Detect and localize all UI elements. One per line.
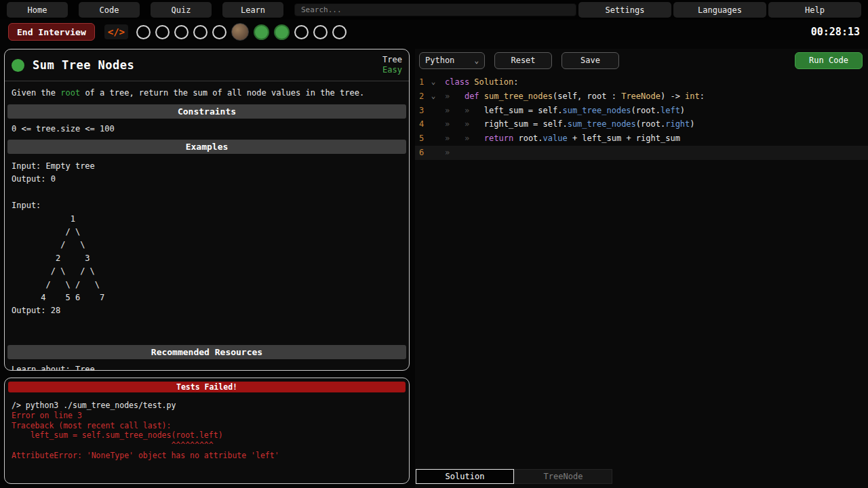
problem-meta: Tree Easy bbox=[382, 55, 402, 75]
examples-header: Examples bbox=[7, 140, 406, 154]
progress-circle-empty[interactable] bbox=[193, 25, 208, 39]
code-lines[interactable]: 1⌄class Solution:2⌄» def sum_tree_nodes(… bbox=[415, 75, 868, 160]
line-number: 6 bbox=[415, 146, 427, 160]
code-line[interactable]: 6» bbox=[415, 146, 868, 160]
chevron-down-icon: ⌄ bbox=[474, 56, 479, 65]
examples-block: Input: Empty tree Output: 0 Input: 1 / \… bbox=[5, 160, 409, 318]
language-select[interactable]: Python ⌄ bbox=[419, 52, 485, 69]
fold-spacer bbox=[427, 117, 439, 131]
tab-treenode[interactable]: TreeNode bbox=[514, 469, 612, 484]
nav-tab-languages[interactable]: Languages bbox=[673, 2, 766, 18]
problem-header: Sum Tree Nodes Tree Easy bbox=[5, 49, 409, 81]
fold-chevron-icon[interactable]: ⌄ bbox=[427, 75, 439, 89]
problem-description: Given the root of a tree, return the sum… bbox=[5, 81, 409, 98]
code-line[interactable]: 1⌄class Solution: bbox=[415, 75, 868, 89]
code-text: » def sum_tree_nodes(self, root : TreeNo… bbox=[439, 89, 868, 104]
language-select-value: Python bbox=[425, 56, 454, 65]
problem-panel: Sum Tree Nodes Tree Easy Given the root … bbox=[4, 49, 410, 371]
editor-toolbar: Python ⌄ Reset Save Run Code bbox=[419, 52, 863, 69]
line-number: 5 bbox=[415, 131, 427, 146]
fold-spacer bbox=[427, 146, 439, 160]
progress-circle-empty[interactable] bbox=[155, 25, 170, 39]
tests-failed-banner: Tests Failed! bbox=[8, 382, 406, 392]
code-text: » » left_sum = self.sum_tree_nodes(root.… bbox=[439, 104, 868, 118]
console-line: ^^^^^^^^^ bbox=[12, 441, 402, 451]
code-line[interactable]: 4» » right_sum = self.sum_tree_nodes(roo… bbox=[415, 117, 868, 131]
line-number: 1 bbox=[415, 75, 427, 89]
resource-link[interactable]: Learn about: Tree bbox=[5, 359, 102, 371]
avatar[interactable] bbox=[231, 23, 249, 41]
resources-header: Recommended Resources bbox=[7, 345, 406, 359]
code-text: » » return root.value + left_sum + right… bbox=[439, 131, 868, 146]
description-segment: root bbox=[60, 88, 80, 98]
fold-spacer bbox=[427, 104, 439, 118]
end-interview-button[interactable]: End Interview bbox=[8, 23, 95, 41]
progress-circle-empty[interactable] bbox=[136, 25, 151, 39]
line-number: 3 bbox=[415, 104, 427, 118]
progress-circle-empty[interactable] bbox=[174, 25, 189, 39]
code-text: » bbox=[439, 146, 868, 160]
console-line: Traceback (most recent call last): bbox=[12, 421, 402, 431]
nav-tab-code[interactable]: Code bbox=[79, 2, 140, 18]
code-text: » » right_sum = self.sum_tree_nodes(root… bbox=[439, 117, 868, 131]
code-text: class Solution: bbox=[439, 75, 868, 89]
fold-chevron-icon[interactable]: ⌄ bbox=[427, 89, 439, 104]
code-line[interactable]: 2⌄» def sum_tree_nodes(self, root : Tree… bbox=[415, 89, 868, 104]
nav-tab-help[interactable]: Help bbox=[768, 2, 861, 18]
console-line: /> python3 ./sum_tree_nodes/test.py bbox=[12, 401, 402, 411]
reset-button[interactable]: Reset bbox=[494, 52, 552, 69]
code-brackets-icon: </> bbox=[104, 24, 128, 39]
code-line[interactable]: 5» » return root.value + left_sum + righ… bbox=[415, 131, 868, 146]
editor-tabs: Solution TreeNode bbox=[416, 469, 612, 484]
top-navbar: Home Code Quiz Learn Settings Languages … bbox=[0, 0, 868, 20]
line-number: 2 bbox=[415, 89, 427, 104]
constraint-text: 0 <= tree.size <= 100 bbox=[5, 119, 409, 134]
progress-circle-empty[interactable] bbox=[212, 25, 226, 39]
interview-timer: 00:28:13 bbox=[811, 26, 860, 38]
nav-tab-learn[interactable]: Learn bbox=[222, 2, 283, 18]
interview-toolbar: End Interview </> 00:28:13 bbox=[0, 20, 868, 44]
nav-tab-settings[interactable]: Settings bbox=[578, 2, 671, 18]
nav-tab-home[interactable]: Home bbox=[7, 2, 68, 18]
description-segment: of a tree, return the sum of all node va… bbox=[80, 88, 364, 98]
tab-solution[interactable]: Solution bbox=[416, 469, 514, 484]
progress-circle-done[interactable] bbox=[274, 24, 290, 40]
progress-circle-done[interactable] bbox=[254, 24, 269, 40]
problem-category: Tree bbox=[382, 55, 402, 65]
console-line: Error on line 3 bbox=[12, 411, 402, 421]
console-output: /> python3 ./sum_tree_nodes/test.pyError… bbox=[5, 396, 409, 466]
console-line: left_sum = self.sum_tree_nodes(root.left… bbox=[12, 430, 402, 441]
code-line[interactable]: 3» » left_sum = self.sum_tree_nodes(root… bbox=[415, 104, 868, 118]
problem-difficulty: Easy bbox=[382, 65, 402, 75]
line-number: 4 bbox=[415, 117, 427, 131]
problem-title: Sum Tree Nodes bbox=[33, 58, 134, 72]
fold-spacer bbox=[427, 131, 439, 146]
run-code-button[interactable]: Run Code bbox=[795, 52, 863, 69]
progress-circle-empty[interactable] bbox=[332, 25, 347, 39]
constraints-header: Constraints bbox=[7, 104, 406, 119]
search-input[interactable] bbox=[294, 3, 576, 16]
tests-panel: Tests Failed! /> python3 ./sum_tree_node… bbox=[4, 378, 410, 484]
progress-circle-empty[interactable] bbox=[313, 25, 328, 39]
console-line: AttributeError: 'NoneType' object has no… bbox=[12, 451, 402, 461]
save-button[interactable]: Save bbox=[561, 52, 619, 69]
progress-circles bbox=[136, 23, 347, 41]
code-editor-panel: Python ⌄ Reset Save Run Code 1⌄class Sol… bbox=[415, 49, 868, 488]
progress-circle-empty[interactable] bbox=[294, 25, 309, 39]
description-segment: Given the bbox=[12, 88, 60, 98]
nav-tab-quiz[interactable]: Quiz bbox=[151, 2, 212, 18]
status-dot-icon bbox=[12, 59, 24, 72]
